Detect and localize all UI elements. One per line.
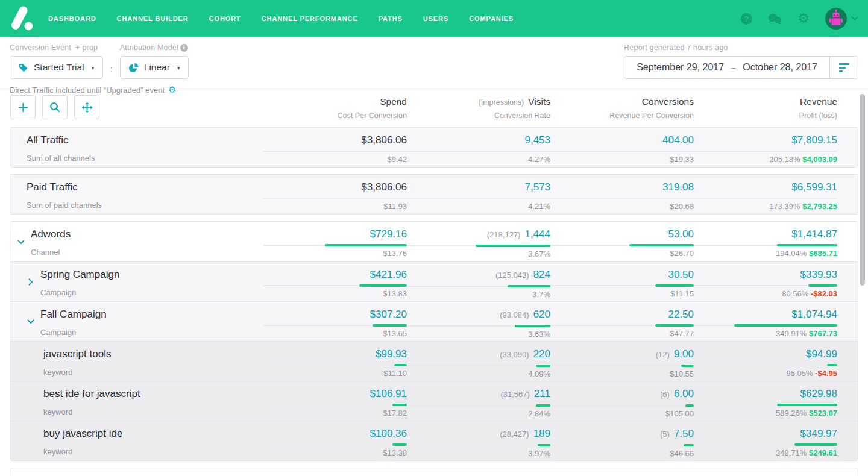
row-name: All Traffic [27, 134, 95, 146]
chevron-down-icon[interactable] [27, 318, 35, 326]
cell-sub-value: 3.63% [407, 330, 550, 339]
cell-main-value[interactable]: $7,809.15 [791, 134, 837, 146]
cell-main-value[interactable]: $106.91 [370, 388, 407, 400]
data-cell: 404.00 $19.33 [550, 134, 694, 167]
cell-main-value[interactable]: 7.50 [674, 428, 694, 440]
attribution-model-dropdown[interactable]: Linear ▾ [120, 56, 189, 79]
value-divider [263, 198, 407, 199]
add-button[interactable] [10, 95, 36, 119]
cell-main-value[interactable]: 22.50 [668, 308, 694, 321]
chevron-down-icon[interactable] [17, 238, 25, 246]
table-row-javascript-tools[interactable]: javascript tools keyword $99.93 $11.10 (… [10, 341, 858, 381]
cell-main-value[interactable]: 6.00 [674, 388, 694, 400]
table-row-best-ide-for-javascript[interactable]: best ide for javascript keyword $106.91 … [10, 381, 858, 421]
cell-main-value[interactable]: $1,074.94 [791, 308, 837, 321]
nav-item-companies[interactable]: COMPANIES [469, 15, 514, 22]
share-bar [508, 285, 550, 287]
cell-main-value[interactable]: $349.97 [800, 428, 837, 440]
filter-separator: : [110, 64, 113, 74]
cell-main-value[interactable]: $100.36 [370, 428, 407, 440]
cell-main-value[interactable]: $6,599.31 [791, 181, 837, 193]
cell-main-value: $3,806.06 [361, 134, 407, 146]
header-spend[interactable]: Spend Cost Per Conversion [263, 96, 407, 120]
nav-item-paths[interactable]: PATHS [379, 15, 403, 22]
cell-main-value[interactable]: 7,573 [524, 181, 550, 193]
header-main: Conversions [550, 96, 694, 107]
cell-main-value[interactable]: 824 [533, 269, 550, 281]
nav-item-channel-builder[interactable]: CHANNEL BUILDER [117, 15, 189, 22]
search-button[interactable] [42, 95, 68, 119]
data-cell: $339.93 80.56% -$82.03 [694, 269, 837, 301]
cell-main-value[interactable]: $729.16 [370, 228, 407, 240]
cell-main-value[interactable]: 1,444 [524, 228, 550, 240]
date-range[interactable]: September 29, 2017 – October 28, 2017 [624, 57, 829, 78]
header-revenue[interactable]: Revenue Profit (loss) [694, 96, 837, 120]
header-visits[interactable]: (Impressions)Visits Conversion Rate [407, 96, 550, 120]
cell-main-value[interactable]: 211 [534, 388, 550, 400]
cell-main-value[interactable]: $307.20 [370, 308, 407, 321]
settings-gear-icon[interactable]: ⚙ [168, 84, 176, 95]
cell-main-value[interactable]: 53.00 [668, 228, 694, 240]
cell-main-value[interactable]: $421.96 [370, 269, 407, 281]
data-cell: $3,806.06 $11.93 [263, 181, 407, 214]
account-menu[interactable] [825, 8, 858, 30]
cell-main-value[interactable]: $1,414.87 [791, 228, 837, 240]
conversion-event-label: Conversion Event + prop [10, 43, 103, 52]
cell-main-value[interactable]: 319.08 [662, 181, 694, 193]
table-header: Spend Cost Per Conversion (Impressions)V… [10, 95, 858, 127]
count-prefix: (93,084) [500, 309, 529, 321]
cell-main-value[interactable]: 30.50 [668, 269, 694, 281]
table-row-paid-traffic[interactable]: Paid Traffic Sum of paid channels $3,806… [10, 175, 858, 214]
cell-main-value[interactable]: 9.00 [674, 348, 694, 360]
plus-icon [18, 102, 28, 113]
table-card: Paid Traffic Sum of paid channels $3,806… [10, 174, 858, 215]
cell-main-value[interactable]: 9,453 [524, 134, 550, 146]
cell-sub-value: $26.70 [550, 249, 694, 258]
cell-main-value[interactable]: $629.98 [800, 388, 837, 400]
chevron-right-icon[interactable] [27, 278, 35, 286]
move-icon [81, 102, 93, 113]
cell-main-value[interactable]: 189 [533, 428, 550, 440]
cell-sub-value: $11.93 [263, 202, 407, 211]
table-row-all-traffic[interactable]: All Traffic Sum of all channels $3,806.0… [10, 128, 858, 167]
header-sub: Conversion Rate [407, 111, 550, 120]
conversion-event-dropdown[interactable]: Started Trial ▾ [10, 56, 103, 79]
chat-icon[interactable] [768, 13, 782, 25]
table-row-spring-campaign[interactable]: Spring Campaign Campaign $421.96 $13.83 … [10, 261, 858, 301]
data-cell: $307.20 $13.65 [263, 308, 407, 341]
profit-amount: $767.73 [809, 329, 837, 338]
help-icon[interactable]: ? [741, 13, 752, 25]
move-button[interactable] [74, 95, 99, 119]
table-row-adwords[interactable]: Adwords Channel $729.16 $13.76 (218,127)… [10, 222, 858, 261]
gear-icon[interactable]: ⚙ [797, 12, 810, 25]
header-conversions[interactable]: Conversions Revenue Per Conversion [550, 96, 694, 120]
search-icon [49, 102, 60, 113]
app-logo-icon[interactable] [10, 5, 34, 32]
value-divider [694, 245, 837, 246]
info-icon[interactable]: i [180, 44, 188, 52]
cell-main-value[interactable]: 620 [533, 308, 550, 321]
table-row-video[interactable]: Video Channel $399.90 375 14.00 $944.97 [10, 468, 858, 476]
table-row-buy-javascript-ide[interactable]: buy javascript ide keyword $100.36 $13.3… [10, 421, 858, 460]
profit-loss-line: 173.39% $2,793.25 [694, 202, 837, 211]
cell-main-value[interactable]: $99.93 [376, 348, 407, 360]
cell-main-value[interactable]: $94.99 [806, 348, 837, 360]
table-row-fall-campaign[interactable]: Fall Campaign Campaign $307.20 $13.65 (9… [10, 301, 858, 341]
add-prop-link[interactable]: + prop [75, 43, 98, 52]
share-bar [777, 244, 837, 246]
nav-item-cohort[interactable]: COHORT [209, 15, 241, 22]
value-divider [694, 285, 837, 286]
cell-main-value[interactable]: 404.00 [662, 134, 694, 146]
nav-item-channel-performance[interactable]: CHANNEL PERFORMANCE [262, 15, 358, 22]
cell-main-value[interactable]: $339.93 [800, 269, 837, 281]
cell-sub-value: $13.83 [263, 289, 407, 298]
filter-right: Report generated 7 hours ago September 2… [624, 43, 858, 90]
cell-main-value[interactable]: 220 [533, 348, 550, 360]
nav-item-users[interactable]: USERS [423, 15, 448, 22]
row-label: best ide for javascript keyword [10, 388, 263, 421]
filter-options-button[interactable] [829, 57, 858, 78]
scrollbar-thumb[interactable] [860, 94, 865, 286]
value-divider [407, 365, 550, 366]
cell-main-value: $3,806.06 [361, 181, 407, 193]
nav-item-dashboard[interactable]: DASHBOARD [48, 15, 96, 22]
